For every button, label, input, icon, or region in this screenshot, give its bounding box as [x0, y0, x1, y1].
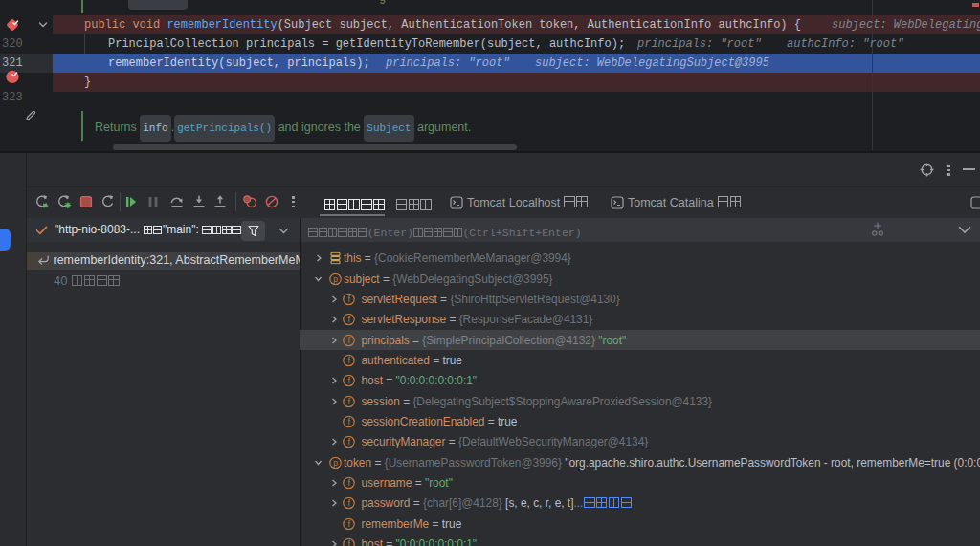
- svg-text:f: f: [348, 519, 351, 529]
- svg-text:f: f: [348, 478, 351, 488]
- svg-text:f: f: [348, 417, 351, 426]
- svg-text:f: f: [348, 315, 351, 324]
- svg-text:f: f: [348, 498, 351, 508]
- svg-text:f: f: [348, 539, 351, 546]
- svg-text:f: f: [348, 437, 351, 447]
- svg-text:f: f: [348, 336, 351, 345]
- svg-text:f: f: [348, 356, 351, 365]
- svg-text:p: p: [333, 458, 338, 468]
- svg-text:f: f: [348, 376, 351, 385]
- svg-text:p: p: [333, 274, 338, 284]
- svg-text:f: f: [348, 397, 351, 406]
- svg-text:f: f: [348, 295, 351, 304]
